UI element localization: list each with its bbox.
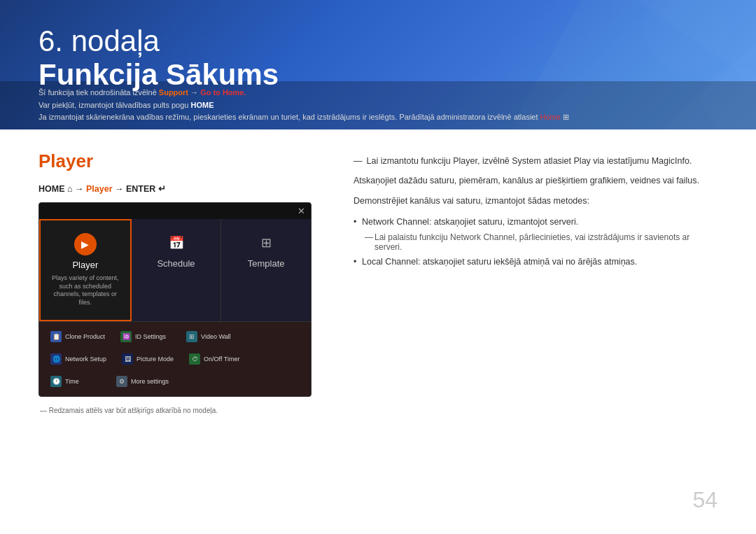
more-settings-icon: ⚙	[116, 376, 127, 387]
icon-clone-product[interactable]: 📋 Clone Product	[45, 328, 111, 346]
schedule-icon: 📅	[165, 232, 188, 254]
subtitle-line3: Ja izmantojat skārienekrāna vadības režī…	[38, 111, 718, 124]
time-label: Time	[65, 378, 79, 385]
on-off-timer-icon: ⏱	[189, 353, 200, 365]
menu-item-template[interactable]: ⊞ Template	[221, 219, 311, 321]
menu-label-template: Template	[248, 258, 285, 269]
screen-menu: ▶ Player Plays variety of content, such …	[39, 219, 311, 322]
line2: Demonstrējiet kanālus vai saturu, izmant…	[354, 194, 718, 209]
screen-topbar: ✕	[39, 203, 311, 219]
main-content: Player HOME ⌂ → Player → ENTER ↵ ✕ ▶ Pla…	[0, 129, 756, 435]
method-list: Network Channel: atskaņojiet saturu, izm…	[354, 215, 718, 230]
screen-note: — Redzamais attēls var būt atšķirīgs atk…	[38, 407, 326, 414]
close-icon[interactable]: ✕	[298, 206, 305, 216]
menu-label-schedule: Schedule	[157, 258, 195, 269]
menu-label-player: Player	[72, 260, 98, 270]
right-column: Lai izmantotu funkciju Player, izvēlnē S…	[354, 150, 718, 414]
more-settings-label: More settings	[131, 378, 169, 385]
page-number: 54	[692, 487, 718, 513]
video-wall-label: Video Wall	[201, 333, 231, 340]
menu-item-player[interactable]: ▶ Player Plays variety of content, such …	[39, 219, 132, 321]
nav-instruction: HOME ⌂ → Player → ENTER ↵	[38, 183, 326, 194]
page-title: 6. nodaļa Funkcija Sākums	[38, 24, 718, 92]
icon-id-settings[interactable]: 🆔 ID Settings	[115, 328, 176, 346]
id-settings-label: ID Settings	[135, 333, 166, 340]
line1: Atskaņojiet dažādu saturu, piemēram, kan…	[354, 174, 718, 188]
player-icon: ▶	[74, 233, 97, 255]
id-settings-icon: 🆔	[120, 331, 132, 342]
screen-mockup: ✕ ▶ Player Plays variety of content, suc…	[38, 202, 312, 397]
method-list-2: Local Channel: atskaņojiet saturu iekšēj…	[354, 255, 718, 269]
intro-dash-line: Lai izmantotu funkciju Player, izvēlnē S…	[354, 154, 718, 168]
picture-mode-icon: 🖼	[122, 353, 133, 365]
sub-note-network: Lai palaistu funkciju Network Channel, p…	[365, 232, 718, 252]
icon-time[interactable]: 🕐 Time	[45, 372, 106, 391]
time-icon: 🕐	[50, 376, 62, 387]
menu-subtext-player: Plays variety of content, such as schedu…	[48, 274, 123, 307]
network-setup-icon: 🌐	[50, 353, 62, 365]
section-title: Player	[38, 150, 326, 172]
screen-icons: 📋 Clone Product 🆔 ID Settings ⊞ Video Wa…	[39, 322, 311, 396]
bullet-local-channel: Local Channel: atskaņojiet saturu iekšēj…	[354, 255, 718, 269]
clone-product-label: Clone Product	[65, 333, 105, 340]
clone-product-icon: 📋	[50, 331, 62, 342]
left-column: Player HOME ⌂ → Player → ENTER ↵ ✕ ▶ Pla…	[38, 150, 326, 414]
icon-network-setup[interactable]: 🌐 Network Setup	[45, 350, 112, 368]
icon-more-settings[interactable]: ⚙ More settings	[111, 372, 174, 391]
picture-mode-label: Picture Mode	[136, 356, 174, 363]
video-wall-icon: ⊞	[186, 331, 197, 342]
icon-video-wall[interactable]: ⊞ Video Wall	[181, 328, 242, 346]
network-setup-label: Network Setup	[65, 356, 106, 363]
on-off-timer-label: On/Off Timer	[204, 356, 239, 363]
icon-picture-mode[interactable]: 🖼 Picture Mode	[116, 350, 179, 368]
subtitle-line2: Var piekļūt, izmantojot tālvadības pults…	[38, 99, 718, 112]
intro-text: Lai izmantotu funkciju Player, izvēlnē S…	[367, 154, 692, 168]
template-icon: ⊞	[255, 232, 277, 254]
icon-on-off-timer[interactable]: ⏱ On/Off Timer	[183, 350, 245, 368]
bullet-network-channel: Network Channel: atskaņojiet saturu, izm…	[354, 215, 718, 230]
header-section: 6. nodaļa Funkcija Sākums Šī funkcija ti…	[0, 0, 756, 129]
menu-item-schedule[interactable]: 📅 Schedule	[132, 219, 222, 321]
